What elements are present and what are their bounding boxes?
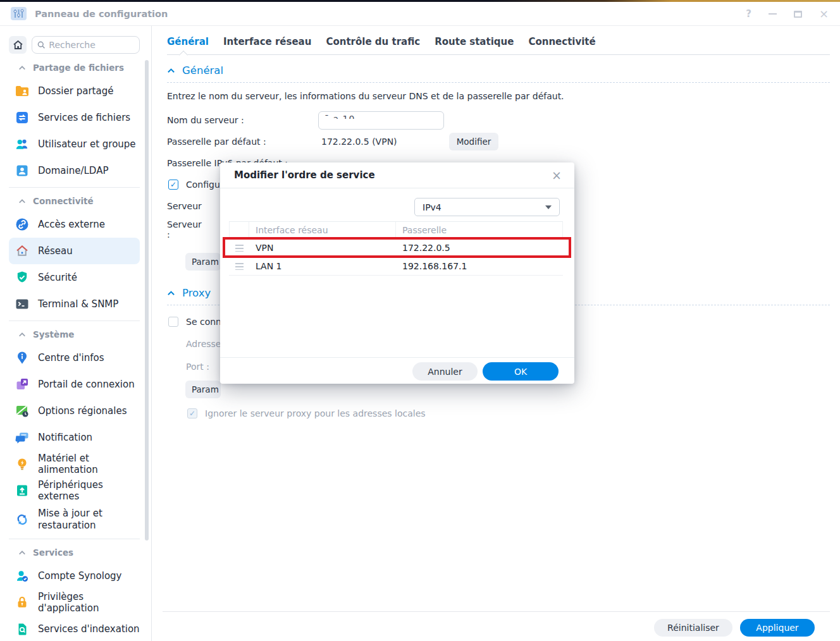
titlebar: Panneau de configuration ? × <box>0 2 840 26</box>
help-button[interactable]: ? <box>746 8 751 20</box>
chevron-up-icon <box>18 332 26 337</box>
sidebar-section-partage[interactable]: Partage de fichiers <box>9 58 140 78</box>
sidebar-item-securite[interactable]: Sécurité <box>9 264 140 291</box>
tab-controle-trafic[interactable]: Contrôle du trafic <box>326 36 420 47</box>
tab-connectivite[interactable]: Connectivité <box>528 36 595 47</box>
table-row-vpn[interactable]: VPN 172.22.0.5 <box>229 239 563 257</box>
proxy-ignore-local-checkbox[interactable]: ✓ <box>187 408 197 418</box>
sidebar-item-peripheriques-externes[interactable]: Périphériques externes <box>9 477 140 504</box>
user-group-icon <box>15 137 30 152</box>
security-shield-icon <box>15 270 30 285</box>
sidebar-item-utilisateur-groupe[interactable]: Utilisateur et groupe <box>9 131 140 157</box>
tab-bar: Général Interface réseau Contrôle du tra… <box>167 36 830 55</box>
sidebar-section-connectivite[interactable]: Connectivité <box>9 191 140 211</box>
sidebar-item-centre-infos[interactable]: Centre d'infos <box>9 345 140 371</box>
sidebar: Partage de fichiers Dossier partagé Serv… <box>0 26 151 641</box>
update-restore-icon <box>15 512 30 527</box>
sidebar-item-compte-synology[interactable]: Compte Synology <box>9 563 140 589</box>
server-name-label: Nom du serveur : <box>167 115 318 125</box>
server-name-redacted-value: ¯ a 10 <box>324 113 438 119</box>
maximize-button[interactable] <box>794 11 802 18</box>
collapse-chevron-icon <box>167 290 175 296</box>
close-window-button[interactable]: × <box>819 9 829 18</box>
dns-advanced-button-fragment[interactable]: Param <box>185 253 221 271</box>
table-header-row: Interface réseau Passerelle <box>229 221 563 239</box>
ip-version-select[interactable]: IPv4 <box>414 198 560 216</box>
ip-version-selected: IPv4 <box>423 202 442 212</box>
sidebar-section-systeme[interactable]: Système <box>9 324 140 345</box>
external-devices-icon <box>15 483 30 498</box>
indexing-service-icon <box>15 621 30 637</box>
dialog-title: Modifier l'ordre de service <box>234 169 375 181</box>
configure-dns-label-fragment: Configur <box>186 180 224 190</box>
service-order-table: Interface réseau Passerelle VPN 172.22.0… <box>229 221 563 276</box>
sidebar-item-portail-connexion[interactable]: Portail de connexion <box>9 371 140 398</box>
sidebar-item-terminal-snmp[interactable]: Terminal & SNMP <box>9 291 140 317</box>
interface-column-header: Interface réseau <box>249 222 396 238</box>
service-order-dialog: Modifier l'ordre de service × IPv4 Inter… <box>220 162 574 384</box>
domain-ldap-icon <box>15 163 30 178</box>
minimize-button[interactable] <box>769 13 777 15</box>
sidebar-item-acces-externe[interactable]: Accès externe <box>9 211 140 238</box>
proxy-port-label: Port : <box>186 362 209 372</box>
sidebar-item-notification[interactable]: Notification <box>9 424 140 451</box>
sidebar-item-reseau[interactable]: Réseau <box>9 238 140 264</box>
drag-handle-icon[interactable] <box>235 263 244 270</box>
configure-dns-checkbox[interactable]: ✓ <box>168 180 178 190</box>
proxy-connect-label-fragment: Se conn <box>186 317 221 327</box>
table-row-lan1[interactable]: LAN 1 192.168.167.1 <box>229 257 563 276</box>
chevron-down-icon <box>545 205 552 209</box>
sidebar-item-mise-a-jour[interactable]: Mise à jour et restauration <box>9 504 140 535</box>
proxy-connect-checkbox[interactable] <box>168 317 178 327</box>
drag-handle-icon[interactable] <box>235 245 244 252</box>
vpn-gateway-cell: 172.22.0.5 <box>396 243 563 253</box>
control-panel-app-icon <box>10 6 27 21</box>
tab-general[interactable]: Général <box>167 36 209 47</box>
apply-button[interactable]: Appliquer <box>740 619 815 637</box>
home-button[interactable] <box>9 36 27 54</box>
lan1-gateway-cell: 192.168.167.1 <box>396 261 563 271</box>
sidebar-divider <box>9 187 140 188</box>
reset-button[interactable]: Réinitialiser <box>654 619 732 637</box>
content-footer-bar: Réinitialiser Appliquer <box>163 611 830 641</box>
dialog-close-button[interactable]: × <box>552 168 562 182</box>
sidebar-section-services[interactable]: Services <box>9 542 140 563</box>
sidebar-item-dossier-partage[interactable]: Dossier partagé <box>9 78 140 104</box>
search-icon <box>37 40 45 49</box>
shared-folder-icon <box>15 83 30 99</box>
sidebar-item-materiel-alimentation[interactable]: Matériel et alimentation <box>9 451 140 477</box>
window-title: Panneau de configuration <box>35 9 168 19</box>
sidebar-scrollbar[interactable] <box>145 60 149 540</box>
proxy-advanced-button-fragment[interactable]: Param <box>185 381 221 398</box>
chevron-up-icon <box>18 65 26 70</box>
dialog-header: Modifier l'ordre de service × <box>220 162 574 188</box>
search-box[interactable] <box>32 36 140 54</box>
tab-route-statique[interactable]: Route statique <box>435 36 514 47</box>
sidebar-divider <box>9 539 140 539</box>
sidebar-item-services-fichiers[interactable]: Services de fichiers <box>9 104 140 131</box>
network-icon <box>15 243 30 259</box>
cancel-button[interactable]: Annuler <box>412 362 478 381</box>
sidebar-item-domaine-ldap[interactable]: Domaine/LDAP <box>9 157 140 184</box>
external-access-icon <box>15 217 30 232</box>
sidebar-item-services-indexation[interactable]: Services d'indexation <box>9 616 140 641</box>
search-input[interactable] <box>49 40 134 50</box>
default-gateway-label: Passerelle par défaut : <box>167 137 318 147</box>
collapse-chevron-icon <box>167 68 175 73</box>
modify-gateway-button[interactable]: Modifier <box>449 133 498 150</box>
app-privileges-lock-icon <box>15 595 30 610</box>
synology-account-icon <box>15 568 30 583</box>
sidebar-item-privileges-application[interactable]: Privilèges d'application <box>9 589 140 616</box>
login-portal-icon <box>15 377 30 392</box>
active-tab-notch <box>179 51 188 59</box>
proxy-address-label: Adresse <box>186 339 221 349</box>
general-section-header[interactable]: Général <box>167 64 830 76</box>
hardware-power-icon <box>15 456 30 472</box>
home-icon <box>13 40 23 50</box>
tab-interface-reseau[interactable]: Interface réseau <box>223 36 311 47</box>
info-center-icon <box>15 350 30 365</box>
sidebar-item-options-regionales[interactable]: Options régionales <box>9 398 140 424</box>
server-name-input[interactable]: ¯ a 10 <box>318 111 444 130</box>
file-services-icon <box>15 110 30 125</box>
ok-button[interactable]: OK <box>483 362 559 381</box>
